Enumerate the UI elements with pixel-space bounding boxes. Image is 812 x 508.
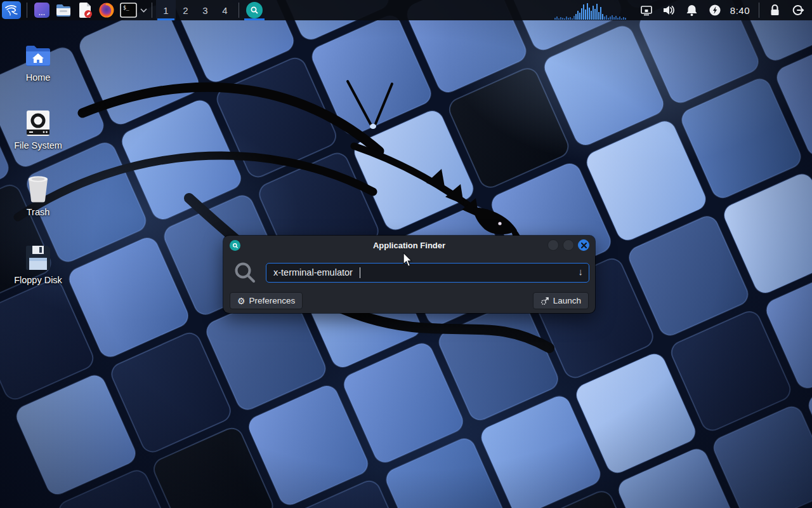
workspace-button-2[interactable]: 2 (176, 0, 195, 20)
workspace-label: 2 (183, 5, 188, 16)
cpu-graph[interactable] (554, 1, 626, 20)
launcher-firefox[interactable] (97, 1, 116, 19)
search-input-value: x-terminal-emulator (273, 267, 353, 277)
gear-icon: ⚙ (237, 297, 246, 305)
preferences-button-label: Preferences (249, 296, 296, 305)
desktop-icon-label: Trash (27, 207, 50, 217)
panel-separator (239, 3, 239, 18)
desktop: Home File System Trash (0, 0, 812, 508)
notifications-bell-icon[interactable] (685, 0, 699, 20)
desktop-icon-label: File System (14, 140, 62, 150)
clock[interactable]: 8:40 (730, 5, 750, 16)
network-icon[interactable] (639, 0, 653, 20)
desktop-icon-label: Home (26, 72, 51, 83)
file-manager-icon (55, 2, 72, 18)
close-button[interactable] (578, 239, 589, 251)
preferences-button[interactable]: ⚙ Preferences (230, 292, 303, 309)
app-finder-search-icon (246, 2, 263, 18)
svg-text:$_: $_ (123, 5, 129, 11)
logout-icon[interactable] (790, 0, 804, 20)
text-editor-icon (77, 2, 93, 18)
lock-screen-icon[interactable] (768, 0, 782, 20)
launcher-terminal-emulator[interactable]: $_ (119, 1, 138, 19)
workspace-label: 3 (202, 5, 207, 16)
panel-separator (152, 3, 152, 18)
mouse-cursor (402, 252, 415, 269)
workspace-button-4[interactable]: 4 (215, 0, 235, 20)
trash-icon (25, 170, 51, 203)
application-finder-dialog: Application Finder x-terminal-emulator ↓ (223, 236, 595, 313)
maximize-button[interactable] (563, 239, 574, 251)
window-button-application-finder[interactable] (243, 0, 266, 20)
terminal-purple-icon (34, 2, 50, 18)
kali-logo-icon (4, 3, 18, 17)
desktop-icon-label: Floppy Disk (14, 275, 62, 285)
home-folder-icon (24, 36, 52, 69)
desktop-icon-home[interactable]: Home (5, 36, 71, 83)
top-panel: $_ 1 2 3 4 (0, 0, 812, 20)
search-icon (233, 260, 257, 284)
terminal-black-icon: $_ (120, 2, 137, 18)
launch-button[interactable]: Launch (533, 292, 589, 309)
desktop-icon-file-system[interactable]: File System (5, 104, 71, 150)
search-input[interactable]: x-terminal-emulator ↓ (266, 263, 589, 283)
firefox-icon (98, 2, 115, 18)
chevron-down-icon[interactable] (139, 1, 148, 19)
floppy-disk-icon (25, 238, 51, 271)
launcher-text-editor[interactable] (75, 1, 95, 19)
volume-icon[interactable] (662, 0, 676, 20)
applications-menu-button[interactable] (2, 1, 21, 19)
workspace-label: 4 (222, 5, 227, 16)
workspace-label: 1 (163, 5, 168, 16)
minimize-button[interactable] (547, 239, 559, 251)
launcher-file-manager[interactable] (54, 1, 73, 19)
desktop-icon-floppy-disk[interactable]: Floppy Disk (5, 238, 71, 285)
dialog-app-icon (230, 240, 240, 251)
launch-icon (540, 297, 549, 305)
power-manager-icon[interactable] (708, 0, 722, 20)
launcher-terminal[interactable] (32, 1, 51, 19)
file-system-drive-icon (25, 104, 51, 137)
desktop-icon-trash[interactable]: Trash (5, 170, 71, 217)
launch-button-label: Launch (553, 296, 581, 305)
text-caret (360, 267, 361, 278)
workspace-button-3[interactable]: 3 (195, 0, 215, 20)
panel-separator (27, 3, 27, 18)
workspace-button-1[interactable]: 1 (156, 0, 176, 20)
dialog-title: Application Finder (223, 241, 595, 250)
dropdown-arrow-icon[interactable]: ↓ (579, 266, 584, 277)
close-icon (581, 243, 587, 248)
panel-separator (759, 3, 759, 18)
